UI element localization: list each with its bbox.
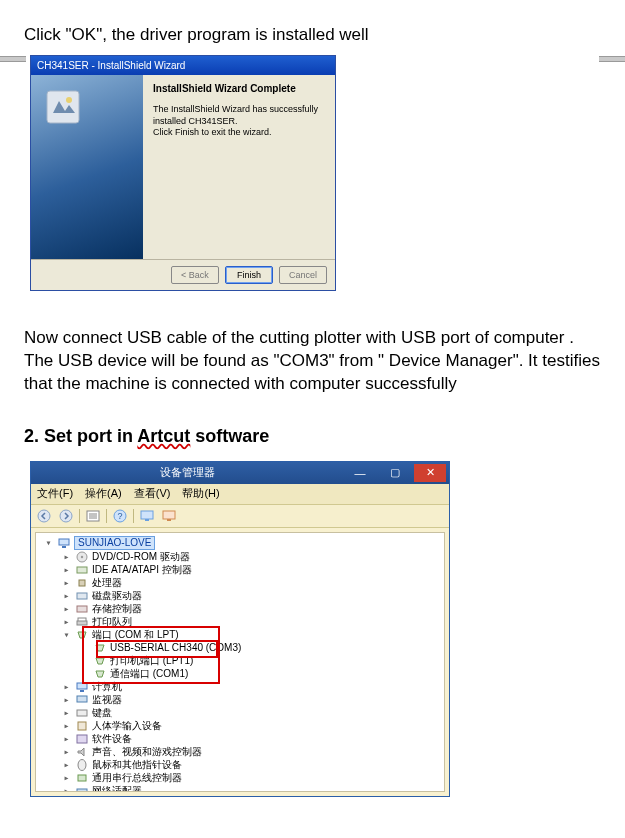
toolbar-help-icon[interactable]: ?	[111, 508, 129, 524]
svg-point-3	[60, 510, 72, 522]
svg-rect-31	[78, 775, 86, 781]
tree-node-swdev[interactable]: ▸软件设备	[40, 732, 440, 745]
port-icon	[93, 667, 106, 680]
svg-rect-24	[77, 683, 87, 689]
sound-icon	[75, 745, 88, 758]
tree-node-computer[interactable]: ▸计算机	[40, 680, 440, 693]
toolbar-back-icon[interactable]	[35, 508, 53, 524]
usb-icon	[75, 771, 88, 784]
tree-node-printq[interactable]: ▸打印队列	[40, 615, 440, 628]
svg-rect-27	[77, 710, 87, 716]
tree-node-monitor[interactable]: ▸监视器	[40, 693, 440, 706]
printer-icon	[75, 615, 88, 628]
tree-node-sound[interactable]: ▸声音、视频和游戏控制器	[40, 745, 440, 758]
svg-rect-29	[77, 735, 87, 743]
installshield-line2: Click Finish to exit the wizard.	[153, 127, 325, 139]
tree-node-mouse[interactable]: ▸鼠标和其他指针设备	[40, 758, 440, 771]
tree-root-label: SUNJIAO-LOVE	[74, 536, 155, 551]
toolbar-monitor-icon[interactable]	[138, 508, 156, 524]
port-icon	[93, 641, 106, 654]
tree-node-ports[interactable]: ▾端口 (COM 和 LPT)	[40, 628, 440, 641]
svg-rect-0	[47, 91, 79, 123]
svg-rect-21	[77, 606, 87, 612]
installshield-logo-icon	[45, 89, 81, 125]
heading-suffix: software	[190, 426, 269, 446]
svg-rect-20	[77, 593, 87, 599]
tree-node-keyboard[interactable]: ▸键盘	[40, 706, 440, 719]
tree-node-ide[interactable]: ▸IDE ATA/ATAPI 控制器	[40, 563, 440, 576]
svg-rect-13	[167, 519, 171, 521]
installshield-window: CH341SER - InstallShield Wizard InstallS…	[30, 55, 336, 291]
toolbar-fwd-icon[interactable]	[57, 508, 75, 524]
toolbar-list-icon[interactable]	[84, 508, 102, 524]
ide-icon	[75, 563, 88, 576]
tree-node-dvd[interactable]: ▸DVD/CD-ROM 驱动器	[40, 550, 440, 563]
tree-node-ch340[interactable]: ·USB-SERIAL CH340 (COM3)	[40, 641, 440, 654]
svg-point-30	[78, 759, 86, 770]
device-manager-titlebar: 设备管理器 — ▢ ✕	[31, 462, 449, 484]
installshield-sidebar-graphic	[31, 75, 143, 259]
close-button[interactable]: ✕	[414, 464, 446, 482]
device-tree: ▾ SUNJIAO-LOVE ▸DVD/CD-ROM 驱动器 ▸IDE ATA/…	[35, 532, 445, 792]
tree-root[interactable]: ▾ SUNJIAO-LOVE	[40, 536, 440, 551]
keyboard-icon	[75, 706, 88, 719]
tree-node-net[interactable]: ▸网络适配器	[40, 784, 440, 792]
svg-rect-18	[77, 567, 87, 573]
svg-text:?: ?	[117, 511, 122, 521]
disk-icon	[75, 589, 88, 602]
tree-node-lpt1[interactable]: ·打印机端口 (LPT1)	[40, 654, 440, 667]
svg-rect-14	[59, 539, 69, 545]
svg-rect-19	[79, 580, 85, 586]
menu-action[interactable]: 操作(A)	[85, 486, 122, 501]
svg-rect-11	[145, 519, 149, 521]
mouse-icon	[75, 758, 88, 771]
menu-help[interactable]: 帮助(H)	[182, 486, 219, 501]
heading-artcut: Artcut	[137, 426, 190, 446]
section-heading: 2. Set port in Artcut software	[24, 426, 601, 447]
finish-button[interactable]: Finish	[225, 266, 273, 284]
paragraph-click-ok: Click "OK", the driver program is instal…	[24, 24, 601, 47]
section-rule	[0, 56, 625, 60]
computer-icon	[75, 680, 88, 693]
port-icon	[93, 654, 106, 667]
installshield-heading: InstallShield Wizard Complete	[153, 83, 325, 94]
maximize-button[interactable]: ▢	[379, 464, 411, 482]
tree-node-hid[interactable]: ▸人体学输入设备	[40, 719, 440, 732]
svg-rect-28	[78, 722, 86, 730]
software-icon	[75, 732, 88, 745]
cancel-button[interactable]: Cancel	[279, 266, 327, 284]
paragraph-connect-usb: Now connect USB cable of the cutting plo…	[24, 327, 601, 396]
device-manager-toolbar: ?	[31, 505, 449, 528]
cpu-icon	[75, 576, 88, 589]
toolbar-monitor2-icon[interactable]	[160, 508, 178, 524]
minimize-button[interactable]: —	[344, 464, 376, 482]
svg-rect-12	[163, 511, 175, 519]
disc-icon	[75, 550, 88, 563]
svg-rect-25	[80, 690, 84, 692]
svg-rect-15	[62, 546, 66, 548]
tree-node-usb[interactable]: ▸通用串行总线控制器	[40, 771, 440, 784]
device-manager-title: 设备管理器	[31, 465, 344, 480]
tree-node-storage[interactable]: ▸存储控制器	[40, 602, 440, 615]
device-manager-menubar: 文件(F) 操作(A) 查看(V) 帮助(H)	[31, 484, 449, 505]
network-icon	[75, 784, 88, 792]
device-manager-window: 设备管理器 — ▢ ✕ 文件(F) 操作(A) 查看(V) 帮助(H)	[30, 461, 450, 797]
heading-prefix: 2. Set port in	[24, 426, 137, 446]
menu-view[interactable]: 查看(V)	[134, 486, 171, 501]
svg-rect-26	[77, 696, 87, 702]
svg-point-17	[80, 556, 82, 558]
menu-file[interactable]: 文件(F)	[37, 486, 73, 501]
svg-rect-23	[77, 621, 87, 625]
monitor-icon	[75, 693, 88, 706]
tree-node-com1[interactable]: ·通信端口 (COM1)	[40, 667, 440, 680]
svg-point-2	[38, 510, 50, 522]
port-icon	[75, 628, 88, 641]
computer-icon	[57, 537, 70, 550]
hid-icon	[75, 719, 88, 732]
tree-node-cpu[interactable]: ▸处理器	[40, 576, 440, 589]
svg-rect-10	[141, 511, 153, 519]
storage-icon	[75, 602, 88, 615]
installshield-line1: The InstallShield Wizard has successfull…	[153, 104, 325, 127]
tree-node-disk[interactable]: ▸磁盘驱动器	[40, 589, 440, 602]
back-button[interactable]: < Back	[171, 266, 219, 284]
